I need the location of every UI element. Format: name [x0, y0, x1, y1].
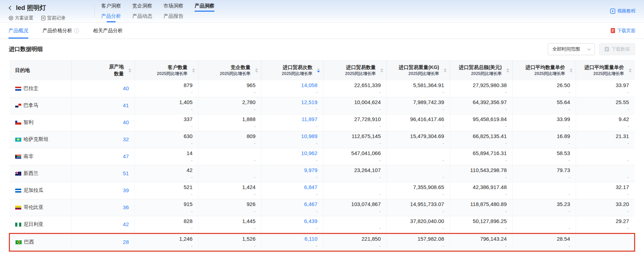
cell-value: 965 [204, 82, 255, 88]
trade-count-link[interactable]: 9,979 [267, 167, 317, 173]
origin-count-link[interactable]: 40 [123, 85, 129, 91]
origin-count-link[interactable]: 32 [123, 136, 129, 142]
primary-nav: 客户洞察竞企洞察市场洞察产品洞察 [101, 0, 226, 12]
video-tutorial-link[interactable]: 视频教程 [610, 8, 636, 14]
cell-value: 16.89 [518, 133, 570, 139]
column-header: 进口贸易总额(美元)2025同比增长率 [450, 61, 513, 80]
growth-rate-value: - [392, 158, 444, 163]
sort-control[interactable] [570, 68, 573, 73]
cell-value: 33.99 [518, 116, 570, 122]
origin-count-cell: 41 [71, 97, 135, 114]
sub-nav-tab[interactable]: 产品动态 [132, 12, 152, 22]
sort-control[interactable] [128, 68, 131, 73]
growth-rate-value: - [140, 141, 192, 146]
trade-count-link[interactable]: 6,467 [267, 201, 317, 207]
origin-count-link[interactable]: 28 [123, 239, 129, 245]
country-flag-icon-paraguay [15, 87, 21, 91]
growth-rate-value: - [329, 175, 381, 180]
column-header-text: 进口贸易数量2025同比增长率 [323, 64, 386, 77]
sub-nav-tab[interactable]: 产品分析 [101, 12, 121, 22]
destination-inner: 巴拉圭 [15, 85, 66, 92]
back-icon[interactable] [8, 6, 13, 10]
growth-rate-value: - [392, 244, 444, 249]
growth-rate-value: - [267, 90, 317, 95]
trade-count-link[interactable]: 12,519 [267, 99, 317, 105]
sort-control[interactable] [317, 68, 320, 73]
primary-nav-tab[interactable]: 产品洞察 [195, 3, 214, 12]
sort-control[interactable] [255, 68, 258, 73]
sort-control[interactable] [629, 68, 632, 73]
growth-rate-value: - [204, 90, 255, 95]
sort-control[interactable] [506, 68, 509, 73]
growth-rate-value: - [518, 124, 570, 129]
data-cell: 9.42- [576, 114, 635, 131]
cell-value: 828 [140, 218, 192, 224]
download-page-link[interactable]: 下载页面 [610, 23, 636, 39]
trade-count-link[interactable]: 10,962 [267, 150, 317, 156]
trade-count-link[interactable]: 10,989 [267, 133, 317, 139]
scheme-settings-button[interactable]: 方案设置 [8, 15, 33, 21]
column-header-label: 进口贸易重量(KG) [387, 64, 439, 71]
growth-rate-value: - [329, 107, 381, 112]
column-header-label: 客户数量 [135, 64, 188, 71]
data-cell: 14,951,733.07- [387, 199, 450, 216]
destination-cell: 哥伦比亚 [10, 199, 71, 216]
data-cell: 7,355,908.65- [387, 182, 450, 199]
column-header-text: 竞企数量2025同比增长率 [199, 64, 261, 77]
trade-count-link[interactable]: 14,058 [267, 82, 317, 88]
data-cell: 33.97- [576, 80, 635, 97]
trade-records-button[interactable]: 贸易记录 [41, 15, 65, 21]
data-cell: 630- [135, 131, 199, 148]
trade-count-link[interactable]: 6,439 [267, 218, 317, 224]
growth-rate-value: - [140, 158, 192, 163]
column-header-label-2: 数量 [71, 71, 124, 77]
trade-count-link[interactable]: 6,110 [267, 236, 317, 242]
time-range-select[interactable]: 全部时间范围 [548, 43, 595, 55]
growth-rate-value: - [329, 226, 381, 231]
primary-nav-tab[interactable]: 市场洞察 [163, 3, 183, 12]
origin-count-cell: 36 [71, 199, 135, 216]
column-header-sublabel: 2025同比增长率 [576, 71, 624, 76]
trade-records-label: 贸易记录 [47, 15, 65, 21]
origin-count-link[interactable]: 47 [123, 153, 129, 159]
origin-count-link[interactable]: 51 [123, 170, 129, 176]
cell-value: 879 [140, 82, 192, 88]
origin-count-link[interactable]: 36 [123, 204, 129, 210]
cell-value: 27,925,980.38 [456, 82, 507, 88]
origin-count-link[interactable]: 41 [123, 102, 129, 108]
sub-nav-tab[interactable]: 产品报告 [163, 12, 183, 22]
sort-control[interactable] [380, 68, 383, 73]
data-cell: 29.27- [576, 216, 635, 233]
growth-rate-value: - [456, 192, 507, 197]
origin-count-link[interactable]: 42 [123, 221, 129, 227]
data-cell: 15,479,304.69- [387, 131, 450, 148]
secondary-tab[interactable]: 产品概况 [8, 23, 28, 39]
secondary-tab[interactable]: 相关产品分析 [93, 23, 123, 39]
column-header-sublabel: 2025同比增长率 [199, 71, 251, 76]
download-data-button[interactable]: 下载数据 [599, 43, 635, 55]
data-cell: 79.73- [513, 165, 576, 182]
cell-value [204, 150, 255, 156]
cell-value [392, 167, 444, 173]
sort-control[interactable] [444, 68, 447, 73]
cell-value: 915 [140, 201, 192, 207]
data-cell [576, 233, 635, 251]
table-row: 尼日利亚42828-1,445-6,439--37,820,040.00-50,… [10, 216, 635, 233]
scheme-settings-icon [8, 16, 13, 21]
origin-count-link[interactable]: 40 [123, 119, 129, 125]
secondary-tab[interactable]: 产品价格分析i [42, 23, 79, 39]
primary-nav-tab[interactable]: 客户洞察 [101, 3, 121, 12]
origin-count-cell: 40 [71, 80, 135, 97]
sort-control[interactable] [192, 68, 195, 73]
growth-rate-value: - [392, 107, 444, 112]
growth-rate-value: - [140, 124, 192, 129]
origin-count-link[interactable]: 39 [123, 187, 129, 193]
cell-value: 65,894,716.31 [456, 150, 507, 156]
data-cell: 26.50- [513, 80, 576, 97]
primary-nav-tab[interactable]: 竞企洞察 [132, 3, 152, 12]
column-header-sublabel: 2025同比增长率 [450, 71, 502, 76]
growth-rate-value: - [140, 209, 192, 214]
trade-count-link[interactable]: 11,897 [267, 116, 317, 122]
trade-count-link[interactable]: 6,847 [267, 184, 317, 190]
growth-rate-value: - [582, 107, 629, 112]
